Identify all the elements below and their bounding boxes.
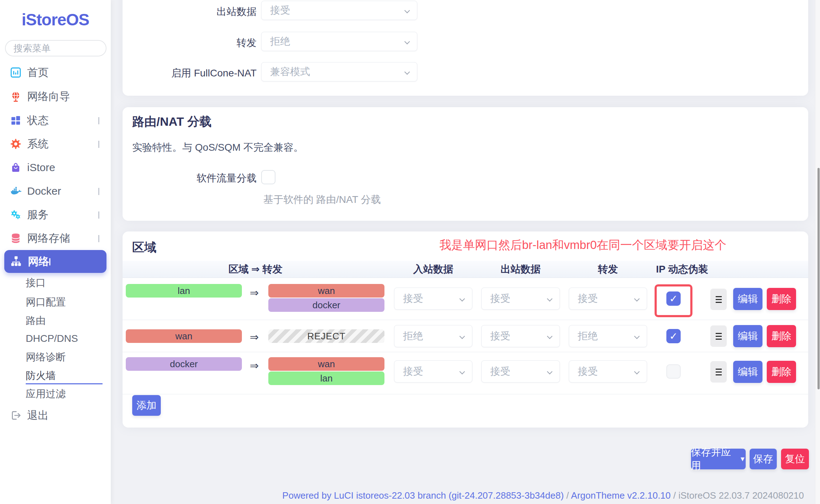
select-value: 接受 [578,365,598,378]
chevron-down-icon [404,39,410,44]
offload-card: 路由/NAT 分载 实验特性。与 QoS/SQM 不完全兼容。 软件流量分载 基… [123,107,808,221]
sidebar-item-services[interactable]: 服务 [0,204,111,225]
edit-button[interactable]: 编辑 [733,288,762,310]
chevron-down-icon [49,258,50,265]
forward-policy-select[interactable]: 接受 [569,288,647,310]
select-value: 拒绝 [270,35,290,48]
sidebar-item-label: 网络存储 [27,231,70,246]
select-value: 接受 [490,365,510,378]
reset-button[interactable]: 复位 [781,449,809,469]
form-label: 启用 FullCone-NAT [123,66,257,80]
subitem-label: 网络诊断 [26,350,66,364]
chevron-down-icon [634,369,640,374]
sort-button[interactable] [710,361,727,383]
form-label: 出站数据 [123,5,257,19]
app-logo: iStoreOS [0,10,111,29]
sidebar-item-docker[interactable]: Docker [0,181,111,201]
theme-link[interactable]: ArgonTheme v2.2.10.10 [571,490,671,501]
output-policy-select[interactable]: 接受 [481,360,560,383]
zone-pill-reject: REJECT [268,329,384,343]
forward-policy-select[interactable]: 拒绝 [569,325,647,347]
chevron-down-icon [404,8,410,13]
sidebar-subitem-routes[interactable]: 路由 [0,313,111,329]
docker-whale-icon [9,185,22,198]
zones-card: 区域 我是单网口然后br-lan和vmbr0在同一个区域要开启这个 区域 ⇒ 转… [123,231,808,428]
sidebar-item-network-wizard[interactable]: 网络向导 [0,86,111,107]
sidebar-item-istore[interactable]: iStore [0,157,111,178]
sitemap-icon [10,255,23,268]
sidebar-subitem-interfaces[interactable]: 接口 [0,275,111,291]
sort-button[interactable] [710,289,727,310]
sidebar-subitem-firewall[interactable]: 防火墙 [0,368,111,384]
col-forward: 转发 [569,261,647,278]
sort-icon [716,369,722,375]
sidebar-item-logout[interactable]: 退出 [0,405,111,426]
sidebar-item-network[interactable]: 网络 [4,250,106,273]
software-offload-checkbox[interactable] [261,170,275,184]
form-label: 转发 [123,36,257,50]
sidebar-item-home[interactable]: 首页 [0,62,111,83]
sidebar-subitem-diagnostics[interactable]: 网络诊断 [0,349,111,365]
arrow-icon: ⇒ [250,359,259,372]
zone-pill-docker: docker [126,357,242,371]
zone-pill-wan: wan [268,357,384,371]
search-input[interactable] [5,40,106,56]
sidebar-item-network-storage[interactable]: 网络存储 [0,228,111,249]
sidebar: iStoreOS 首页 网络向导 状态 [0,0,111,504]
edit-button[interactable]: 编辑 [733,361,762,383]
delete-button[interactable]: 删除 [767,288,796,310]
section-title: 路由/NAT 分载 [132,114,212,130]
chevron-down-icon [547,296,553,301]
home-chart-icon [9,66,22,79]
sidebar-item-label: 退出 [27,408,49,423]
add-zone-button[interactable]: 添加 [132,395,161,416]
globe-icon [9,90,22,103]
output-policy-select[interactable]: 接受 [481,325,560,347]
edit-button[interactable]: 编辑 [733,325,762,347]
chevron-down-icon [404,69,410,75]
input-policy-select[interactable]: 接受 [394,360,472,383]
sidebar-subitem-port-config[interactable]: 网口配置 [0,294,111,310]
forward-policy-select[interactable]: 接受 [569,360,647,383]
caret-down-icon: ▼ [739,455,746,463]
status-grid-icon [9,114,22,127]
sidebar-item-status[interactable]: 状态 [0,110,111,131]
scrollbar-thumb[interactable] [817,168,820,389]
output-policy-select[interactable]: 接受 [481,288,560,310]
col-output: 出站数据 [481,261,560,278]
sidebar-item-label: 服务 [27,208,49,222]
sort-icon [716,333,722,340]
delete-button[interactable]: 删除 [767,361,796,383]
chevron-down-icon [634,333,640,339]
input-policy-select[interactable]: 接受 [394,288,472,310]
delete-button[interactable]: 删除 [767,325,796,347]
masq-checkbox[interactable]: ✓ [666,329,681,343]
footer-separator: / [564,490,571,501]
section-description: 实验特性。与 QoS/SQM 不完全兼容。 [132,141,303,154]
forward-policy-select[interactable]: 拒绝 [261,32,417,51]
logout-icon [9,409,22,422]
fullcone-nat-select[interactable]: 兼容模式 [261,62,417,81]
sidebar-item-label: iStore [27,161,55,174]
save-apply-button[interactable]: 保存并应用 ▼ [691,449,746,469]
sidebar-item-system[interactable]: 系统 [0,134,111,154]
sidebar-subitem-dhcp-dns[interactable]: DHCP/DNS [0,330,111,347]
sidebar-item-label: 首页 [27,65,49,80]
main-content: 出站数据 接受 转发 拒绝 启用 FullCone-NAT 兼容模式 路由/NA… [111,0,820,504]
input-policy-select[interactable]: 拒绝 [394,325,472,347]
select-value: 拒绝 [403,329,423,343]
general-settings-card: 出站数据 接受 转发 拒绝 启用 FullCone-NAT 兼容模式 [123,0,808,96]
sort-button[interactable] [710,325,727,347]
sort-icon [716,296,722,303]
masq-checkbox[interactable] [666,364,681,379]
select-value: 接受 [403,365,423,378]
chevron-right-icon [98,211,99,218]
zone-pill-lan: lan [126,284,242,298]
save-button[interactable]: 保存 [750,449,777,469]
select-value: 兼容模式 [270,65,310,79]
masq-checkbox[interactable]: ✓ [666,291,681,306]
active-submenu-underline [26,383,103,384]
luci-link[interactable]: Powered by LuCI istoreos-22.03 branch (g… [282,490,564,501]
sidebar-subitem-app-filter[interactable]: 应用过滤 [0,386,111,402]
output-policy-select[interactable]: 接受 [261,1,417,20]
